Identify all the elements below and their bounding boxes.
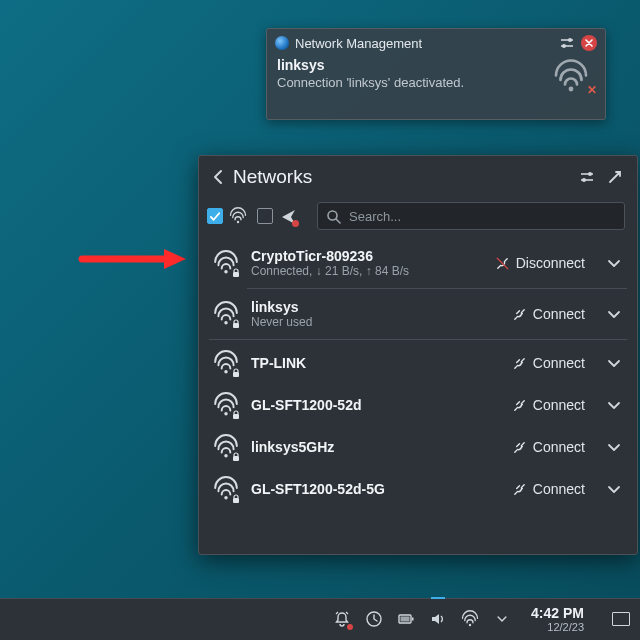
wifi-signal-icon (213, 392, 239, 418)
connect-plug-icon (512, 482, 527, 497)
clock[interactable]: 4:42 PM 12/2/23 (531, 606, 584, 633)
expand-chevron-icon[interactable] (605, 305, 623, 323)
network-globe-icon (275, 36, 289, 50)
connect-plug-icon (512, 356, 527, 371)
lock-icon (232, 494, 240, 503)
lock-icon (232, 268, 240, 277)
network-ssid: GL-SFT1200-52d-5G (251, 481, 500, 497)
expand-chevron-icon[interactable] (605, 354, 623, 372)
network-item[interactable]: linksys5GHz Connect (199, 426, 637, 468)
panel-title: Networks (233, 166, 312, 188)
expand-chevron-icon[interactable] (605, 438, 623, 456)
expand-chevron-icon[interactable] (605, 480, 623, 498)
network-ssid: GL-SFT1200-52d (251, 397, 500, 413)
notification-network: Network Management linksys Connection 'l… (266, 28, 606, 120)
connect-button[interactable]: Connect (512, 439, 585, 455)
wifi-signal-icon (213, 250, 239, 276)
search-icon (326, 209, 341, 224)
taskbar: 4:42 PM 12/2/23 (0, 598, 640, 640)
connect-button[interactable]: Connect (512, 355, 585, 371)
disconnect-plug-icon (495, 256, 510, 271)
network-status: Never used (251, 315, 500, 329)
network-ssid: CryptoTicr-809236 (251, 248, 483, 264)
system-tray: 4:42 PM 12/2/23 (333, 606, 630, 633)
network-item[interactable]: linksys Never used Connect (199, 291, 637, 337)
network-item[interactable]: TP-LINK Connect (199, 342, 637, 384)
show-desktop-button[interactable] (612, 612, 630, 626)
filter-wifi-checkbox[interactable] (207, 208, 223, 224)
lock-icon (232, 368, 240, 377)
battery-tray-icon[interactable] (397, 610, 415, 628)
filter-airplane-checkbox[interactable] (257, 208, 273, 224)
panel-settings-icon[interactable] (577, 167, 597, 187)
wifi-signal-icon (213, 434, 239, 460)
panel-pin-button[interactable] (605, 167, 625, 187)
wifi-filter-icon (229, 207, 247, 225)
lock-icon (232, 410, 240, 419)
tray-expand-chevron-icon[interactable] (493, 610, 511, 628)
notification-ssid: linksys (277, 57, 595, 73)
connect-plug-icon (512, 398, 527, 413)
notification-close-button[interactable] (581, 35, 597, 51)
network-ssid: TP-LINK (251, 355, 500, 371)
networks-panel: Networks (198, 155, 638, 555)
back-button[interactable] (207, 166, 229, 188)
volume-tray-icon[interactable] (429, 610, 447, 628)
clock-date: 12/2/23 (547, 621, 584, 633)
network-item-connected[interactable]: CryptoTicr-809236 Connected, ↓ 21 B/s, ↑… (199, 240, 637, 286)
connect-button[interactable]: Connect (512, 397, 585, 413)
notification-message: Connection 'linksys' deactivated. (277, 75, 595, 90)
annotation-arrow (78, 247, 188, 271)
airplane-mode-icon (279, 207, 297, 225)
network-item[interactable]: GL-SFT1200-52d Connect (199, 384, 637, 426)
connect-plug-icon (512, 440, 527, 455)
disconnect-button[interactable]: Disconnect (495, 255, 585, 271)
connect-button[interactable]: Connect (512, 481, 585, 497)
notifications-tray-icon[interactable] (333, 610, 351, 628)
network-item[interactable]: GL-SFT1200-52d-5G Connect (199, 468, 637, 511)
connect-button[interactable]: Connect (512, 306, 585, 322)
notification-settings-icon[interactable] (559, 35, 575, 51)
notification-title: Network Management (295, 36, 422, 51)
wifi-signal-icon (213, 350, 239, 376)
wifi-signal-icon (213, 301, 239, 327)
search-input[interactable] (349, 209, 616, 224)
lock-icon (232, 452, 240, 461)
expand-chevron-icon[interactable] (605, 254, 623, 272)
wifi-disconnected-icon: ✕ (549, 59, 593, 95)
wifi-signal-icon (213, 476, 239, 502)
network-ssid: linksys (251, 299, 500, 315)
network-ssid: linksys5GHz (251, 439, 500, 455)
network-list: CryptoTicr-809236 Connected, ↓ 21 B/s, ↑… (199, 240, 637, 548)
search-field[interactable] (317, 202, 625, 230)
lock-icon (232, 319, 240, 328)
updates-tray-icon[interactable] (365, 610, 383, 628)
connect-plug-icon (512, 307, 527, 322)
wifi-tray-icon[interactable] (461, 610, 479, 628)
clock-time: 4:42 PM (531, 606, 584, 621)
expand-chevron-icon[interactable] (605, 396, 623, 414)
network-status: Connected, ↓ 21 B/s, ↑ 84 B/s (251, 264, 483, 278)
